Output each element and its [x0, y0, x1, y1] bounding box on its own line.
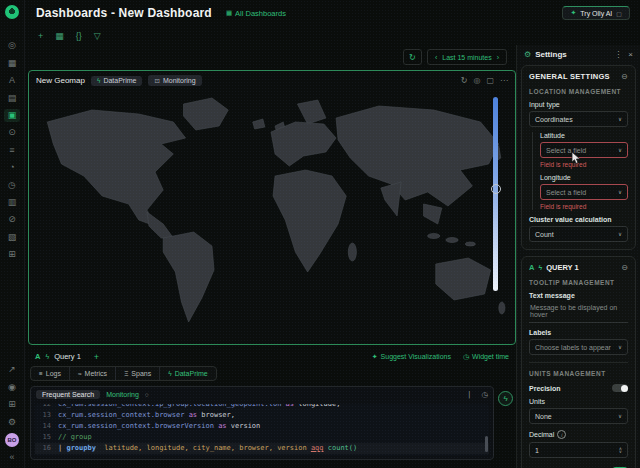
latitude-select[interactable]: Select a field ∨: [540, 142, 628, 158]
info-icon: i: [557, 430, 566, 439]
settings-panel: ⚙ Settings ⋮ × GENERAL SETTINGS ⊖ LOCATI…: [516, 45, 640, 468]
dashboard-toolbar: +▦{}▽ Save changes: [24, 26, 640, 46]
step-down-icon[interactable]: ∨: [619, 450, 622, 453]
all-dashboards-link[interactable]: ▦ All Dashboards: [226, 9, 286, 18]
query-letter-badge: A: [35, 352, 40, 361]
units-management-label: UNITS MANAGEMENT: [529, 370, 628, 377]
precision-toggle[interactable]: [612, 384, 628, 392]
chevron-down-icon: ∨: [618, 413, 622, 419]
explore-icon[interactable]: ▦: [4, 57, 20, 70]
search-icon[interactable]: ◎: [4, 39, 20, 52]
livetail-icon[interactable]: ▤: [4, 92, 20, 105]
notifications-icon[interactable]: ◉: [4, 381, 20, 394]
coralogix-logo-icon[interactable]: [5, 5, 19, 19]
tab-logs[interactable]: ≡Logs: [31, 367, 70, 380]
security-icon[interactable]: ▧: [4, 231, 20, 244]
editor-info-icon[interactable]: ○: [145, 391, 149, 398]
dataprime-icon: ϟ: [168, 370, 171, 377]
archive-icon[interactable]: ▥: [4, 196, 20, 209]
settings-icon[interactable]: ⚙: [4, 416, 20, 429]
text-message-label: Text message: [529, 292, 628, 299]
text-message-input[interactable]: Message to be displayed on hover: [529, 302, 628, 323]
top-bar: Dashboards - New Dashboard ▦ All Dashboa…: [24, 0, 640, 26]
clock-icon: ◷: [463, 353, 469, 361]
query1-card: A ϟ QUERY 1 ⊖ TOOLTIP MANAGEMENT Text me…: [521, 256, 636, 468]
color-scale-bar[interactable]: [493, 97, 498, 291]
tab-metrics[interactable]: ≈Metrics: [70, 367, 116, 380]
tab-spans[interactable]: ΞSpans: [116, 367, 160, 380]
suggest-visualizations-button[interactable]: ✦ Suggest Visualizations: [372, 353, 451, 361]
dashboards-grid-icon: ▦: [226, 9, 232, 17]
try-olly-ai-button[interactable]: ✦ Try Olly AI ▢: [562, 6, 630, 20]
mouse-cursor: [571, 151, 582, 169]
add-widget-icon[interactable]: +: [38, 32, 43, 41]
dashboards-icon[interactable]: ▣: [4, 109, 20, 122]
geomap-widget[interactable]: New Geomap ϟ DataPrime ⊡ Monitoring ↻◎▢⋯: [28, 70, 516, 345]
chevron-down-icon: ∨: [618, 147, 622, 153]
longitude-label: Longitude: [540, 174, 628, 181]
chevron-down-icon: ∨: [618, 116, 622, 122]
code-area[interactable]: 12cx_rum.session_context.ip_group.locati…: [35, 404, 489, 456]
main-area: ↻ ‹ Last 15 minutes › New Geomap ϟ DataP…: [28, 46, 516, 468]
collapse-sidebar-icon[interactable]: «: [4, 451, 20, 464]
location-management-label: LOCATION MANAGEMENT: [529, 88, 628, 95]
longitude-select[interactable]: Select a field ∨: [540, 184, 628, 200]
collapse-query1-icon[interactable]: ⊖: [621, 263, 628, 272]
sparkle-icon: ✦: [570, 9, 576, 17]
code-line-15: 15// group: [35, 432, 489, 443]
refresh-widget-icon[interactable]: ↻: [461, 76, 468, 85]
layout-icon[interactable]: ▦: [55, 32, 64, 41]
query-editor[interactable]: Frequent Search Monitoring ○ ⎸ ◷ 12cx_ru…: [30, 386, 494, 460]
collapse-general-icon[interactable]: ⊖: [621, 72, 628, 81]
apm-icon[interactable]: ◔: [4, 161, 20, 174]
history-icon[interactable]: ◷: [481, 390, 488, 399]
code-line-16: 16| groupby latitude, longitude, city_na…: [35, 443, 489, 454]
alerts-icon[interactable]: A: [4, 74, 20, 87]
dataprime-indicator-icon[interactable]: ϟ: [498, 391, 513, 406]
logs-icon: ≡: [39, 370, 43, 377]
cluster-calc-select[interactable]: Count ∨: [529, 226, 628, 242]
dataprime-badge: ϟ DataPrime: [91, 76, 143, 86]
user-avatar[interactable]: BO: [5, 433, 19, 447]
world-map[interactable]: [33, 92, 511, 340]
time-range-picker[interactable]: ‹ Last 15 minutes ›: [427, 49, 507, 65]
add-query-button[interactable]: +: [94, 352, 99, 362]
cluster-calc-label: Cluster value calculation: [529, 216, 628, 223]
refresh-button[interactable]: ↻: [403, 49, 422, 65]
variables-icon[interactable]: {}: [76, 32, 82, 41]
insights-icon[interactable]: ⊙: [4, 126, 20, 139]
input-type-select[interactable]: Coordinates ∨: [529, 111, 628, 127]
settings-close-icon[interactable]: ×: [628, 50, 633, 59]
frequent-search-tab[interactable]: Frequent Search: [36, 390, 100, 399]
editor-scrollbar[interactable]: [485, 436, 488, 452]
apps-icon[interactable]: ⊞: [4, 398, 20, 411]
input-type-label: Input type: [529, 101, 628, 108]
widget-menu-icon[interactable]: ⋯: [500, 76, 508, 85]
expand-widget-icon[interactable]: ▢: [486, 76, 494, 85]
monitoring-badge: ⊡ Monitoring: [148, 75, 201, 86]
query-name[interactable]: Query 1: [54, 352, 81, 361]
usage-icon[interactable]: ⊘: [4, 213, 20, 226]
time-next-icon[interactable]: ›: [497, 54, 499, 61]
focus-widget-icon[interactable]: ◎: [473, 76, 480, 85]
settings-kebab-icon[interactable]: ⋮: [614, 50, 622, 59]
time-prev-icon[interactable]: ‹: [435, 54, 437, 61]
labels-select[interactable]: Choose labels to appear ∨: [529, 339, 628, 355]
tab-dataprime[interactable]: ϟDataPrime: [160, 367, 216, 380]
integrations-icon[interactable]: ⊞: [4, 248, 20, 261]
gear-icon: ⚙: [524, 50, 531, 59]
monitoring-tab[interactable]: Monitoring: [106, 391, 139, 398]
share-icon[interactable]: ↗: [4, 363, 20, 376]
widget-time-button[interactable]: ◷ Widget time: [463, 353, 509, 361]
color-scale-handle[interactable]: [491, 184, 501, 194]
widget-header: New Geomap ϟ DataPrime ⊡ Monitoring ↻◎▢⋯: [29, 71, 515, 90]
filter-icon[interactable]: ▽: [94, 32, 101, 41]
decimal-input[interactable]: 1 ∧ ∨: [529, 442, 628, 458]
units-label: Units: [529, 398, 628, 405]
logs-icon[interactable]: ≡: [4, 144, 20, 157]
timeline-icon[interactable]: ◷: [4, 179, 20, 192]
query-bar: A ϟ Query 1 + ✦ Suggest Visualizations ◷…: [28, 348, 516, 365]
tooltip-management-label: TOOLTIP MANAGEMENT: [529, 279, 628, 286]
units-select[interactable]: None ∨: [529, 408, 628, 424]
lightning-icon: ϟ: [97, 77, 100, 84]
